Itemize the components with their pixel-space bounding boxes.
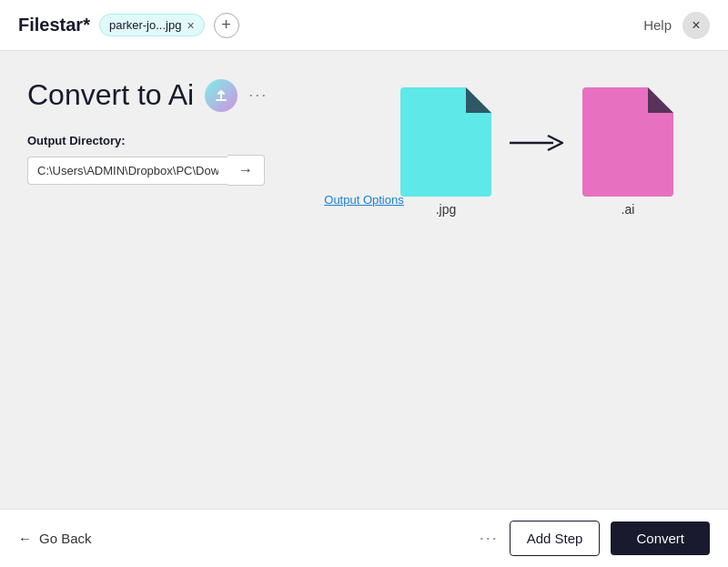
- jpg-file-svg: [400, 87, 491, 197]
- footer-more-button[interactable]: ···: [480, 529, 499, 548]
- add-step-button[interactable]: Add Step: [510, 521, 601, 556]
- main-content: Convert to Ai ··· Output Directory: → Ou…: [0, 51, 728, 509]
- output-dir-input[interactable]: [27, 157, 228, 185]
- back-arrow-icon: ←: [18, 531, 32, 546]
- source-file-icon: [400, 87, 491, 197]
- upload-badge: [205, 79, 238, 112]
- target-file-label: .ai: [582, 202, 673, 217]
- output-dir-browse-button[interactable]: →: [228, 155, 265, 186]
- file-tag: parker-jo...jpg ×: [99, 14, 205, 36]
- conversion-illustration: .jpg .ai: [400, 87, 673, 217]
- close-icon: ×: [692, 17, 700, 34]
- header: Filestar* parker-jo...jpg × + Help ×: [0, 0, 728, 51]
- convert-button[interactable]: Convert: [611, 521, 710, 555]
- close-button[interactable]: ×: [682, 12, 710, 39]
- file-tag-close-icon[interactable]: ×: [187, 19, 194, 32]
- upload-icon: [213, 87, 229, 104]
- header-right: Help ×: [643, 12, 710, 39]
- more-options-button[interactable]: ···: [248, 86, 268, 105]
- source-file-label: .jpg: [400, 202, 491, 217]
- add-file-button[interactable]: +: [214, 13, 239, 38]
- conversion-arrow: [491, 129, 582, 175]
- arrow-icon: [510, 129, 564, 157]
- go-back-button[interactable]: ← Go Back: [18, 531, 92, 546]
- footer-right: ··· Add Step Convert: [480, 521, 710, 556]
- ai-file-svg: [582, 87, 673, 197]
- app-title: Filestar*: [18, 15, 90, 35]
- source-file-container: .jpg: [400, 87, 491, 217]
- go-back-label: Go Back: [39, 531, 92, 546]
- file-tag-label: parker-jo...jpg: [109, 18, 181, 32]
- header-left: Filestar* parker-jo...jpg × +: [18, 13, 239, 38]
- page-title: Convert to Ai: [27, 78, 194, 112]
- help-button[interactable]: Help: [643, 17, 672, 33]
- footer: ← Go Back ··· Add Step Convert: [0, 509, 728, 567]
- arrow-right-icon: →: [238, 162, 253, 178]
- target-file-icon: [582, 87, 673, 197]
- target-file-container: .ai: [582, 87, 673, 217]
